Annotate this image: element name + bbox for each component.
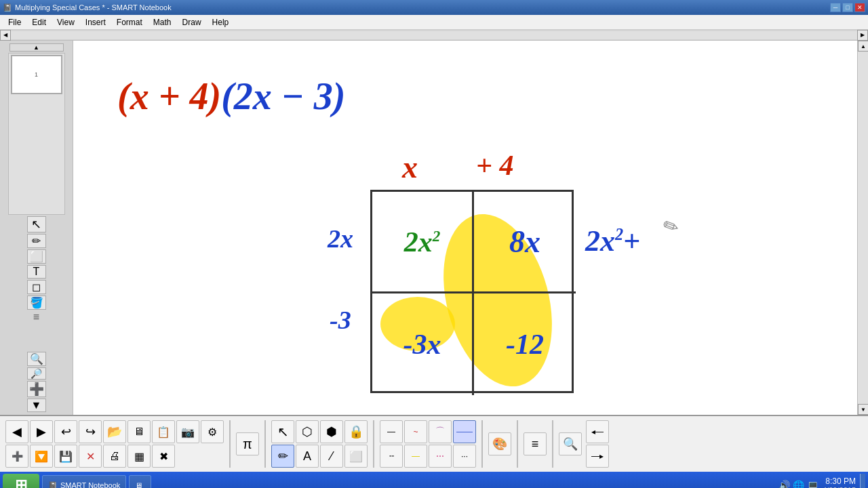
title-bar: 📓 Multiplying Special Cases * - SMART No… <box>0 0 868 15</box>
taskbar: ⊞ 📓 SMART Notebook 🖥 🔊 🌐 💻 8:30 PM 4/20/… <box>0 472 868 488</box>
undo-button[interactable]: ↩ <box>54 420 77 443</box>
scroll-right-arrow[interactable]: ▶ <box>857 30 868 41</box>
toolbar-divider-3 <box>373 420 374 468</box>
add-page-button[interactable]: ➕ <box>5 445 28 468</box>
pi-button[interactable]: π <box>236 432 259 455</box>
multiplication-grid: 2x2 8x -3x -12 <box>370 190 574 393</box>
top-scrollbar[interactable]: ◀ ▶ <box>0 30 868 41</box>
cell-bottom-right: -12 <box>474 293 576 395</box>
main-equation: (x + 4)(2x − 3) <box>117 75 345 118</box>
formula-button[interactable]: ✖ <box>152 445 175 468</box>
text-tool-button[interactable]: A <box>296 445 319 468</box>
scroll-up-arrow[interactable]: ▲ <box>858 41 868 52</box>
app-icon: 📓 <box>3 3 12 12</box>
redo-button[interactable]: ↪ <box>79 420 102 443</box>
print-button[interactable]: 🖨 <box>103 445 126 468</box>
back-button[interactable]: ◀ <box>5 420 28 443</box>
toolbar-row-7: ╌ — ⋯ ··· <box>380 445 476 468</box>
save-button[interactable]: 💾 <box>54 445 77 468</box>
line-style2-button[interactable]: ╌ <box>380 445 403 468</box>
menu-math[interactable]: Math <box>148 16 177 28</box>
line-style-section: — ~ ⌒ —— ╌ — ⋯ ··· <box>380 420 476 468</box>
minimize-button[interactable]: ─ <box>830 3 841 12</box>
list-view-button[interactable]: ≡ <box>524 432 547 455</box>
time-display: 8:30 PM <box>823 476 856 486</box>
nav-section: ◀ ▶ ↩ ↪ 📂 🖥 📋 📷 ⚙ ➕ 🔽 💾 ✕ 🖨 ▦ ✖ <box>5 420 224 468</box>
line-tool-button[interactable]: ⁄ <box>320 445 343 468</box>
tool-zoom-in[interactable]: 🔍 <box>27 352 46 366</box>
tool-text[interactable]: T <box>27 265 46 279</box>
table-button[interactable]: ▦ <box>127 445 151 468</box>
color-palette-button[interactable]: 🎨 <box>488 432 511 455</box>
magnify-button[interactable]: 🔍 <box>559 432 582 455</box>
eraser-tool-button[interactable]: ⬜ <box>344 445 368 468</box>
forward-button[interactable]: ▶ <box>30 420 53 443</box>
tool-fill[interactable]: 🪣 <box>27 296 46 310</box>
toolbar-divider-1 <box>229 420 231 468</box>
scroll-vertical-track[interactable] <box>858 52 868 404</box>
line-straight-button[interactable]: — <box>380 420 403 443</box>
toolbar-divider-5 <box>517 420 518 468</box>
cell-top-left: 2x2 <box>372 192 474 293</box>
math-section: π <box>236 432 259 455</box>
page-thumbnail-1[interactable]: ▲ <box>9 43 64 52</box>
taskbar-app-2[interactable]: 🖥 <box>129 475 151 488</box>
maximize-button[interactable]: □ <box>842 3 853 12</box>
drawing-section: ↖ ⬡ ⬢ 🔒 ✏ A ⁄ ⬜ <box>271 420 368 468</box>
line-curve1-button[interactable]: ~ <box>404 420 427 443</box>
tool-scroll-down[interactable]: ▼ <box>27 399 46 412</box>
pen-tool-button[interactable]: ✏ <box>271 445 294 468</box>
cell-neg3x: -3x <box>403 328 441 361</box>
select-tool-button[interactable]: ↖ <box>271 420 294 443</box>
line-curve2-button[interactable]: ⌒ <box>429 420 452 443</box>
tool-zoom-out[interactable]: 🔎 <box>27 367 46 380</box>
close-button[interactable]: ✕ <box>854 3 865 12</box>
page-thumb-1[interactable]: 1 <box>11 55 62 94</box>
menu-file[interactable]: File <box>3 16 26 28</box>
start-button[interactable]: ⊞ <box>3 474 39 488</box>
tool-add-page[interactable]: ➕ <box>27 381 46 397</box>
menu-bar: File Edit View Insert Format Math Draw H… <box>0 15 868 30</box>
camera-button[interactable]: 📷 <box>176 420 199 443</box>
tool-shapes[interactable]: ◻ <box>27 280 46 294</box>
line-active-button[interactable]: —— <box>453 420 476 443</box>
menu-insert[interactable]: Insert <box>80 16 111 28</box>
screenshot-button[interactable]: 🖥 <box>127 420 151 443</box>
toolbar-row-8: 🎨 <box>488 432 511 455</box>
scroll-left-arrow[interactable]: ◀ <box>0 30 11 41</box>
toolbar-row-1: ◀ ▶ ↩ ↪ 📂 🖥 📋 📷 ⚙ <box>5 420 224 443</box>
menu-draw[interactable]: Draw <box>177 16 207 28</box>
arrow-ends: ◂— —▸ <box>586 420 609 468</box>
cell-top-right: 8x <box>474 192 576 293</box>
menu-help[interactable]: Help <box>207 16 235 28</box>
line-style3-button[interactable]: — <box>404 445 427 468</box>
import-button[interactable]: 🔽 <box>30 445 53 468</box>
line-style5-button[interactable]: ··· <box>453 445 476 468</box>
menu-edit[interactable]: Edit <box>26 16 52 28</box>
lock-button[interactable]: 🔒 <box>344 420 368 443</box>
row-header-2x: 2x <box>328 224 353 253</box>
system-icons: 🔊 🌐 💻 <box>778 480 818 488</box>
scroll-track[interactable] <box>11 31 857 39</box>
tool-eraser[interactable]: ⬜ <box>27 249 46 264</box>
cell-8x: 8x <box>509 224 540 260</box>
open-folder-button[interactable]: 📂 <box>103 420 126 443</box>
tool-select[interactable]: ↖ <box>27 216 46 232</box>
right-scrollbar[interactable]: ▲ ▼ <box>857 41 868 415</box>
delete-button[interactable]: ✕ <box>79 445 102 468</box>
tool-pen[interactable]: ✏ <box>27 234 46 248</box>
taskbar-app-smart[interactable]: 📓 SMART Notebook <box>42 475 126 488</box>
arrow-start-indicator[interactable]: ◂— <box>586 420 609 443</box>
clock: 8:30 PM 4/20/2015 <box>823 476 856 488</box>
arrow-end-indicator[interactable]: —▸ <box>586 445 609 468</box>
scroll-down-arrow[interactable]: ▼ <box>858 404 868 415</box>
object-tool-button[interactable]: ⬡ <box>296 420 319 443</box>
menu-format[interactable]: Format <box>111 16 148 28</box>
attachment-button[interactable]: ⚙ <box>201 420 224 443</box>
copy-button[interactable]: 📋 <box>152 420 175 443</box>
show-desktop-button[interactable] <box>860 474 865 488</box>
line-style4-button[interactable]: ⋯ <box>429 445 452 468</box>
window-controls[interactable]: ─ □ ✕ <box>830 3 865 12</box>
transform-button[interactable]: ⬢ <box>320 420 343 443</box>
menu-view[interactable]: View <box>52 16 80 28</box>
